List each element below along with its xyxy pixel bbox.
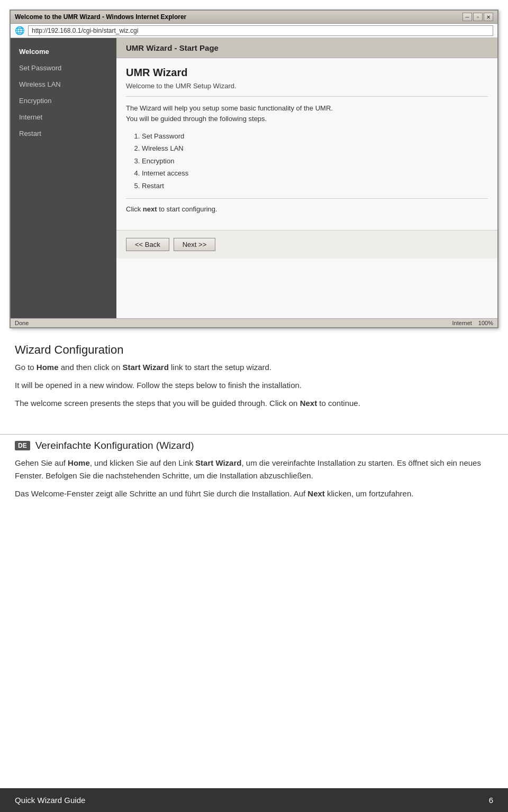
sidebar-item-welcome[interactable]: Welcome	[11, 43, 116, 60]
address-icon: 🌐	[15, 26, 25, 35]
wizard-step-1: Set Password	[142, 130, 488, 142]
wizard-desc1: The Wizard will help you setup some basi…	[126, 103, 488, 124]
minimize-button[interactable]: ─	[462, 13, 472, 21]
content-heading: Wizard Configuration	[15, 343, 493, 357]
wizard-content: UMR Wizard Welcome to the UMR Setup Wiza…	[116, 58, 497, 230]
de-para1: Gehen Sie auf Home, und klicken Sie auf …	[15, 457, 493, 482]
browser-addressbar: 🌐	[11, 24, 497, 38]
address-input[interactable]	[28, 25, 493, 36]
home-bold: Home	[37, 363, 59, 372]
footer-label: Quick Wizard Guide	[15, 796, 85, 805]
sidebar-item-internet[interactable]: Internet	[11, 109, 116, 125]
content-para1: Go to Home and then click on Start Wizar…	[15, 361, 493, 374]
wizard-step-5: Restart	[142, 180, 488, 192]
wizard-step-2: Wireless LAN	[142, 142, 488, 154]
browser-statusbar: Done Internet 100%	[11, 318, 497, 327]
close-button[interactable]: ✕	[484, 13, 493, 21]
wizard-footer: << Back Next >>	[116, 230, 497, 259]
content-para2: It will be opened in a new window. Follo…	[15, 379, 493, 392]
wizard-page-header: UMR Wizard - Start Page	[116, 38, 497, 58]
page-footer: Quick Wizard Guide 6	[0, 788, 508, 812]
next-button[interactable]: Next >>	[174, 238, 216, 251]
status-internet: Internet	[452, 320, 472, 326]
browser-controls: ─ ▫ ✕	[462, 13, 493, 21]
content-para3: The welcome screen presents the steps th…	[15, 397, 493, 410]
browser-titlebar: Welcome to the UMR Wizard - Windows Inte…	[11, 11, 497, 24]
section-divider	[0, 434, 508, 435]
de-header: DE Vereinfachte Konfiguration (Wizard)	[15, 440, 493, 451]
wizard-click-instruction: Click next to start configuring.	[126, 205, 488, 213]
status-zoom: 100%	[478, 320, 493, 326]
browser-title: Welcome to the UMR Wizard - Windows Inte…	[15, 13, 186, 21]
content-section: Wizard Configuration Go to Home and then…	[0, 328, 508, 425]
wizard-title: UMR Wizard	[126, 67, 488, 79]
sidebar-item-encryption[interactable]: Encryption	[11, 93, 116, 109]
status-done: Done	[15, 320, 29, 326]
sidebar-item-wireless-lan[interactable]: Wireless LAN	[11, 76, 116, 93]
sidebar-item-set-password[interactable]: Set Password	[11, 60, 116, 76]
wizard-divider	[126, 198, 488, 199]
wizard-sidebar: Welcome Set Password Wireless LAN Encryp…	[11, 38, 116, 318]
start-wizard-bold: Start Wizard	[122, 363, 168, 372]
wizard-step-4: Internet access	[142, 167, 488, 179]
de-section: DE Vereinfachte Konfiguration (Wizard) G…	[0, 440, 508, 515]
footer-page-number: 6	[489, 796, 493, 805]
sidebar-item-restart[interactable]: Restart	[11, 125, 116, 142]
status-right: Internet 100%	[452, 320, 493, 326]
wizard-steps-list: Set Password Wireless LAN Encryption Int…	[126, 130, 488, 192]
browser-window: Welcome to the UMR Wizard - Windows Inte…	[10, 10, 498, 328]
restore-button[interactable]: ▫	[473, 13, 483, 21]
wizard-main: UMR Wizard - Start Page UMR Wizard Welco…	[116, 38, 497, 318]
wizard-step-3: Encryption	[142, 155, 488, 167]
next-bold: Next	[300, 399, 318, 408]
browser-body: Welcome Set Password Wireless LAN Encryp…	[11, 38, 497, 318]
de-para2: Das Welcome-Fenster zeigt alle Schritte …	[15, 487, 493, 500]
back-button[interactable]: << Back	[126, 238, 169, 251]
de-title: Vereinfachte Konfiguration (Wizard)	[35, 440, 194, 451]
wizard-subtitle: Welcome to the UMR Setup Wizard.	[126, 82, 488, 97]
de-badge: DE	[15, 441, 30, 450]
